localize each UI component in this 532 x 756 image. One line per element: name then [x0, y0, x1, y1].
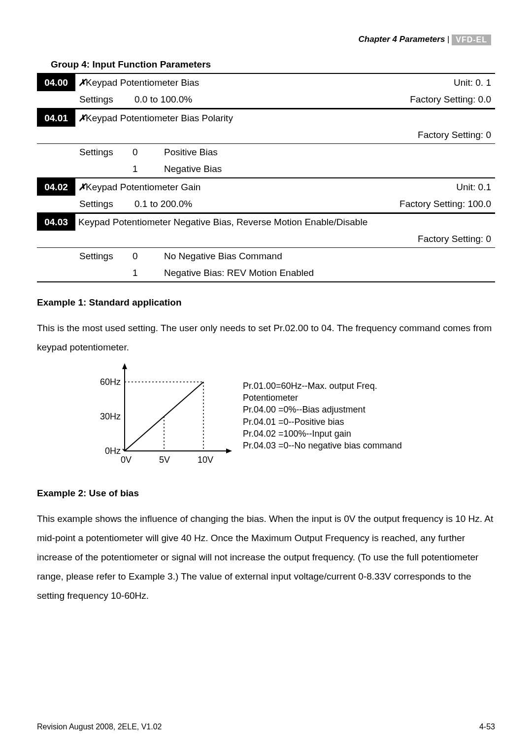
- chart-xtick-10: 10V: [196, 455, 215, 465]
- param-block-0400: 04.00 ✗Keypad Potentiometer Bias Unit: 0…: [37, 73, 495, 108]
- param-name: ✗Keypad Potentiometer Bias Polarity: [75, 109, 495, 127]
- example1-heading: Example 1: Standard application: [37, 297, 495, 308]
- svg-marker-2: [122, 363, 127, 369]
- param-unit: Unit: 0. 1: [295, 73, 495, 91]
- settings-label: Settings: [75, 144, 131, 161]
- param-name-text: Keypad Potentiometer Negative Bias, Reve…: [78, 217, 367, 227]
- chapter-label: Chapter 4 Parameters: [359, 34, 445, 44]
- option-num: 1: [131, 265, 160, 282]
- param-code: 04.02: [37, 178, 75, 196]
- param-code: 04.01: [37, 109, 75, 127]
- factory-setting: Factory Setting: 0.0: [295, 91, 495, 108]
- option-text: Positive Bias: [160, 144, 495, 161]
- settings-label: Settings: [75, 91, 131, 108]
- run-change-icon: ✗: [78, 113, 86, 123]
- param-name-text: Keypad Potentiometer Gain: [86, 182, 200, 192]
- option-text: No Negative Bias Command: [160, 248, 495, 265]
- chart-ytick-0: 0Hz: [95, 446, 121, 456]
- chart-ytick-30: 30Hz: [95, 412, 121, 422]
- option-text: Negative Bias: REV Motion Enabled: [160, 265, 495, 282]
- settings-range: 0.0 to 100.0%: [131, 91, 295, 108]
- param-name-text: Keypad Potentiometer Bias: [86, 77, 199, 88]
- example2-text: This example shows the influence of chan…: [37, 510, 495, 606]
- chart-ytick-60: 60Hz: [95, 377, 121, 387]
- chart-side-line: Pr.04.01 =0--Positive bias: [243, 416, 402, 428]
- param-block-0402: 04.02 ✗Keypad Potentiometer Gain Unit: 0…: [37, 178, 495, 213]
- param-block-0401: 04.01 ✗Keypad Potentiometer Bias Polarit…: [37, 108, 495, 178]
- run-change-icon: ✗: [78, 182, 86, 192]
- settings-label: Settings: [75, 196, 131, 213]
- param-unit: Unit: 0.1: [287, 178, 495, 196]
- chart-side-text: Pr.01.00=60Hz--Max. output Freq. Potenti…: [243, 380, 402, 452]
- factory-setting: Factory Setting: 100.0: [287, 196, 495, 213]
- option-text: Negative Bias: [160, 161, 495, 178]
- param-name: ✗Keypad Potentiometer Gain: [75, 178, 287, 196]
- chart-example1: 60Hz 30Hz 0Hz 0V 5V 10V Pr.01.00=60Hz--M…: [95, 362, 469, 473]
- page-footer: Revision August 2008, 2ELE, V1.02 4-53: [37, 722, 495, 731]
- chart-side-line: Pr.04.03 =0--No negative bias command: [243, 440, 402, 451]
- option-num: 0: [131, 144, 160, 161]
- product-logo: VFD-EL: [452, 34, 491, 45]
- example1-text: This is the most used setting. The user …: [37, 319, 495, 357]
- chart-side-line: Pr.04.00 =0%--Bias adjustment: [243, 404, 402, 415]
- param-code: 04.03: [37, 213, 75, 231]
- option-num: 0: [131, 248, 160, 265]
- run-change-icon: ✗: [78, 77, 86, 88]
- factory-setting: Factory Setting: 0: [160, 127, 495, 144]
- footer-page-number: 4-53: [479, 722, 495, 731]
- param-block-0403: 04.03 Keypad Potentiometer Negative Bias…: [37, 213, 495, 282]
- chart-xtick-5: 5V: [157, 455, 172, 465]
- factory-setting: Factory Setting: 0: [160, 231, 495, 248]
- chart-side-line: Potentiometer: [243, 392, 402, 404]
- settings-label: Settings: [75, 248, 131, 265]
- chart-side-line: Pr.01.00=60Hz--Max. output Freq.: [243, 380, 402, 392]
- option-num: 1: [131, 161, 160, 178]
- svg-marker-3: [226, 448, 232, 453]
- example2-heading: Example 2: Use of bias: [37, 488, 495, 499]
- chart-xtick-0: 0V: [119, 455, 133, 465]
- page-header: Chapter 4 Parameters | VFD-EL: [37, 34, 495, 45]
- footer-revision: Revision August 2008, 2ELE, V1.02: [37, 722, 162, 731]
- chart-side-line: Pr.04.02 =100%--Input gain: [243, 428, 402, 440]
- separator: |: [445, 34, 452, 44]
- param-name-text: Keypad Potentiometer Bias Polarity: [86, 113, 233, 123]
- settings-range: 0.1 to 200.0%: [131, 196, 287, 213]
- param-name: ✗Keypad Potentiometer Bias: [75, 73, 295, 91]
- group-title: Group 4: Input Function Parameters: [51, 59, 495, 70]
- param-code: 04.00: [37, 73, 75, 91]
- param-name: Keypad Potentiometer Negative Bias, Reve…: [75, 213, 495, 231]
